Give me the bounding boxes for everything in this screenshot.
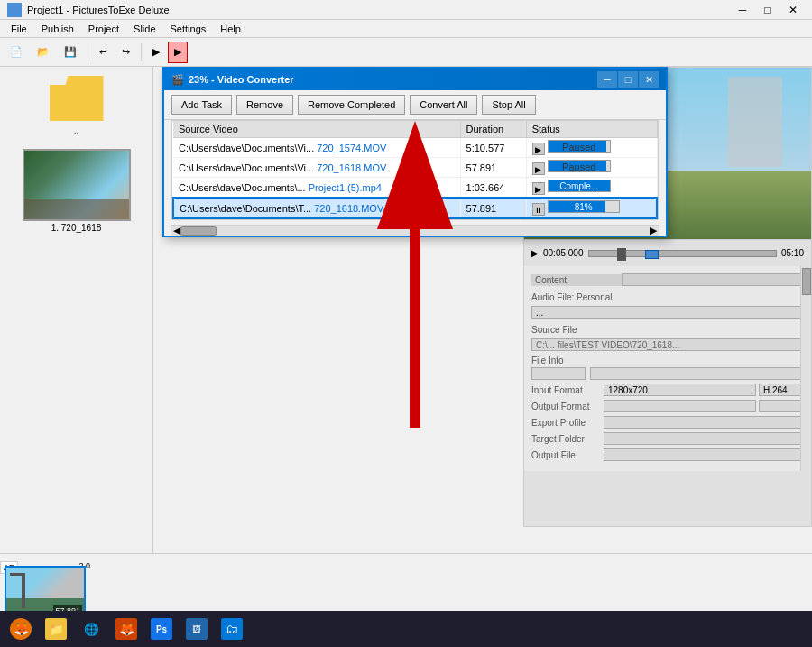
remove-completed-button[interactable]: Remove Completed <box>298 95 405 115</box>
row2-play-icon[interactable]: ▶ <box>532 162 545 175</box>
save-button[interactable]: 💾 <box>58 42 83 63</box>
taskbar-folder[interactable]: 📁 <box>40 613 72 645</box>
add-task-button[interactable]: Add Task <box>171 95 232 115</box>
dialog-close[interactable]: ✕ <box>639 71 659 88</box>
row1-play-icon[interactable]: ▶ <box>532 143 545 155</box>
taskbar-firefox2[interactable]: 🦊 <box>110 613 143 645</box>
convert-all-button[interactable]: Convert All <box>410 95 477 115</box>
scroll-thumb[interactable] <box>180 226 217 236</box>
title-bar-controls: ─ □ ✕ <box>731 1 805 19</box>
undo-button[interactable]: ↩ <box>93 42 114 63</box>
dialog-controls: ─ □ ✕ <box>597 71 659 88</box>
menu-project[interactable]: Project <box>81 22 126 36</box>
explorer-icon: 🗂 <box>221 618 243 640</box>
table-row-active[interactable]: C:\Users\dave\Documents\T... 720_1618.MO… <box>173 198 657 218</box>
taskbar-firefox[interactable]: 🦊 <box>5 613 37 645</box>
open-button[interactable]: 📂 <box>31 42 56 63</box>
preview2-button[interactable]: ▶ <box>168 42 188 63</box>
photoshop-icon: Ps <box>151 618 172 640</box>
row2-file[interactable]: 720_1618.MOV <box>317 162 386 173</box>
side-scroll-thumb[interactable] <box>802 268 811 295</box>
row3-file[interactable]: Project1 (5).mp4 <box>309 182 382 193</box>
row3-progress: Comple... <box>548 180 611 192</box>
row3-duration: 1:03.664 <box>460 178 526 199</box>
row2-source: C:\Users\dave\Documents\Vi... 720_1618.M… <box>173 158 460 178</box>
taskbar-explorer[interactable]: 🗂 <box>216 613 248 645</box>
side-scrollbar[interactable] <box>800 266 811 471</box>
firefox-icon: 🦊 <box>10 618 32 640</box>
time-total: 05:10 <box>781 248 804 258</box>
row4-source: C:\Users\dave\Documents\T... 720_1618.MO… <box>173 198 460 218</box>
menu-publish[interactable]: Publish <box>34 22 81 36</box>
conversion-table: Source Video Duration Status C:\Users\da… <box>171 120 659 220</box>
prop-content-input[interactable] <box>622 273 804 286</box>
prop-row-source: C:\... files\TEST VIDEO\720_1618... <box>531 338 804 351</box>
table-row[interactable]: C:\Users\dave\Documents\Vi... 720_1618.M… <box>173 158 657 178</box>
left-thumbnail[interactable]: 1. 720_1618 <box>23 149 131 233</box>
stop-all-button[interactable]: Stop All <box>482 95 535 115</box>
remove-button[interactable]: Remove <box>236 95 293 115</box>
row4-duration: 57.891 <box>460 198 526 218</box>
preview-button[interactable]: ▶ <box>146 42 166 63</box>
row4-status: ⏸ 81% <box>526 198 657 218</box>
firefox2-icon: 🦊 <box>115 618 137 640</box>
row1-file[interactable]: 720_1574.MOV <box>317 143 386 153</box>
horizontal-scrollbar[interactable]: ◀ ▶ <box>171 225 659 236</box>
redo-button[interactable]: ↪ <box>115 42 136 63</box>
taskbar: 🦊 📁 🌐 🦊 Ps 🖼 🗂 <box>0 611 812 647</box>
dialog-icon: 🎬 <box>171 74 184 86</box>
dialog-toolbar: Add Task Remove Remove Completed Convert… <box>164 90 666 120</box>
timeline-bar: ▶ 00:05.000 05:10 <box>524 239 811 266</box>
row4-progress: 81% <box>548 200 620 213</box>
maximize-button[interactable]: □ <box>756 1 780 19</box>
col-source: Source Video <box>173 121 460 138</box>
menu-settings[interactable]: Settings <box>163 22 214 36</box>
row1-progress: Paused <box>548 140 611 153</box>
left-panel: .. 1. 720_1618 <box>0 67 153 553</box>
right-panel: 🎬 23% - Video Converter ─ □ ✕ Add Task R… <box>153 67 812 553</box>
separator-1 <box>88 43 88 61</box>
menu-slide[interactable]: Slide <box>126 22 162 36</box>
app-icon <box>7 3 22 17</box>
dialog-minimize[interactable]: ─ <box>597 71 617 88</box>
prop-row-1: Content <box>531 273 804 286</box>
taskbar-pto[interactable]: 🖼 <box>180 613 213 645</box>
toolbar: 📄 📂 💾 ↩ ↪ ▶ ▶ <box>0 38 812 67</box>
row3-play-icon[interactable]: ▶ <box>532 182 545 195</box>
scroll-right-btn[interactable]: ▶ <box>650 225 657 236</box>
thumbnail-label: 1. 720_1618 <box>23 223 131 233</box>
row4-file[interactable]: 720_1618.MOV <box>314 203 383 214</box>
row3-source: C:\Users\dave\Documents\... Project1 (5)… <box>173 178 460 199</box>
separator-2 <box>141 43 142 61</box>
taskbar-photoshop[interactable]: Ps <box>145 613 178 645</box>
timeline-thumb[interactable] <box>617 248 626 261</box>
dialog-title: 23% - Video Converter <box>189 74 597 85</box>
title-bar: Project1 - PicturesToExe Deluxe ─ □ ✕ <box>0 0 812 20</box>
menu-help[interactable]: Help <box>213 22 248 36</box>
time-current: 00:05.000 <box>543 248 584 258</box>
timeline-track[interactable] <box>588 250 777 257</box>
table-row[interactable]: C:\Users\dave\Documents\... Project1 (5)… <box>173 178 657 199</box>
minimize-button[interactable]: ─ <box>731 1 754 19</box>
new-button[interactable]: 📄 <box>4 42 29 63</box>
thumbnail-image <box>23 149 131 221</box>
dialog-title-bar: 🎬 23% - Video Converter ─ □ ✕ <box>164 69 666 90</box>
taskbar-chrome[interactable]: 🌐 <box>75 613 107 645</box>
video-properties: Content Audio File: Personal ... Source … <box>524 266 811 471</box>
col-duration: Duration <box>460 121 526 138</box>
close-button[interactable]: ✕ <box>781 1 805 19</box>
table-row[interactable]: C:\Users\dave\Documents\Vi... 720_1574.M… <box>173 138 657 158</box>
row4-pause-icon[interactable]: ⏸ <box>532 203 545 216</box>
row2-progress: Paused <box>548 160 611 172</box>
folder-icon <box>50 76 104 121</box>
row2-duration: 57.891 <box>460 158 526 178</box>
play-btn[interactable]: ▶ <box>531 248 539 258</box>
main-area: .. 1. 720_1618 🎬 23% - Video Converter ─… <box>0 67 812 553</box>
scroll-left-btn[interactable]: ◀ <box>173 225 180 236</box>
folder-taskbar-icon: 📁 <box>45 618 67 640</box>
menu-file[interactable]: File <box>4 22 34 36</box>
menu-bar: File Publish Project Slide Settings Help <box>0 20 812 38</box>
chrome-icon: 🌐 <box>80 618 102 640</box>
dialog-maximize[interactable]: □ <box>618 71 638 88</box>
picturestoexe-icon: 🖼 <box>186 618 208 640</box>
